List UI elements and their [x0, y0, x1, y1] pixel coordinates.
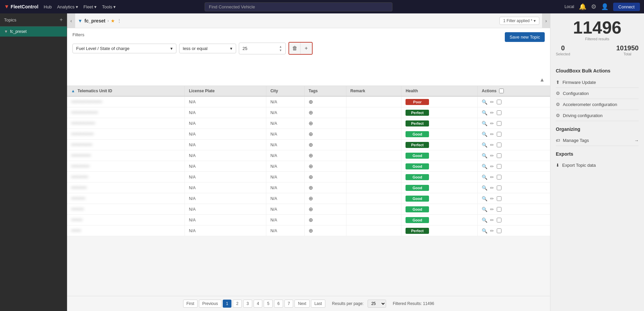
sidebar-item-fc-preset[interactable]: ▼ fc_preset	[0, 27, 67, 37]
sidebar-item-11[interactable]	[0, 131, 67, 140]
edit-action-icon[interactable]: ✏	[490, 207, 494, 212]
search-action-icon[interactable]: 🔍	[482, 132, 487, 137]
cell-tags-5[interactable]: ⊕	[305, 150, 346, 161]
add-tag-icon[interactable]: ⊕	[309, 217, 313, 223]
add-filter-button[interactable]: +	[301, 43, 312, 54]
filter-field-select[interactable]: Fuel Level / State of charge ▾	[72, 44, 176, 53]
search-action-icon[interactable]: 🔍	[482, 164, 487, 169]
nav-tools[interactable]: Tools ▾	[102, 4, 116, 9]
delete-filter-button[interactable]: 🗑	[289, 43, 301, 54]
more-options-icon[interactable]: ⋮	[117, 18, 121, 23]
add-tag-icon[interactable]: ⊕	[309, 110, 313, 115]
edit-action-icon[interactable]: ✏	[490, 228, 494, 234]
cell-tags-10[interactable]: ⊕	[305, 204, 346, 215]
cell-tags-4[interactable]: ⊕	[305, 140, 346, 150]
add-tag-icon[interactable]: ⊕	[309, 99, 313, 105]
sidebar-item-12[interactable]	[0, 140, 67, 149]
row-checkbox-0[interactable]	[497, 100, 501, 104]
next-page-button[interactable]: Next	[294, 300, 310, 308]
row-checkbox-9[interactable]	[497, 196, 501, 201]
edit-action-icon[interactable]: ✏	[490, 164, 494, 169]
add-tag-icon[interactable]: ⊕	[309, 153, 313, 158]
row-checkbox-1[interactable]	[497, 110, 501, 115]
add-tag-icon[interactable]: ⊕	[309, 174, 313, 180]
manage-tags-action[interactable]: 🏷 Manage Tags →	[556, 135, 639, 146]
search-action-icon[interactable]: 🔍	[482, 185, 487, 191]
sidebar-item-3[interactable]	[0, 55, 67, 65]
edit-action-icon[interactable]: ✏	[490, 153, 494, 158]
col-health[interactable]: Health	[401, 86, 478, 96]
cell-tags-6[interactable]: ⊕	[305, 161, 346, 172]
connect-button[interactable]: Connect	[613, 3, 640, 11]
export-topic-action[interactable]: ⬇ Export Topic data	[556, 160, 639, 170]
col-tags[interactable]: Tags	[305, 86, 346, 96]
search-action-icon[interactable]: 🔍	[482, 196, 487, 201]
row-checkbox-7[interactable]	[497, 175, 501, 179]
cell-tags-2[interactable]: ⊕	[305, 118, 346, 129]
search-action-icon[interactable]: 🔍	[482, 228, 487, 234]
row-checkbox-3[interactable]	[497, 132, 501, 137]
select-all-checkbox[interactable]	[499, 89, 504, 93]
col-telematics-id[interactable]: ▲ Telematics Unit ID	[67, 86, 185, 96]
page-4-button[interactable]: 4	[254, 300, 263, 308]
page-7-button[interactable]: 7	[284, 300, 293, 308]
cell-tags-1[interactable]: ⊕	[305, 107, 346, 118]
cell-tags-9[interactable]: ⊕	[305, 193, 346, 204]
filter-operator-select[interactable]: less or equal ▾	[179, 44, 236, 53]
add-tag-icon[interactable]: ⊕	[309, 206, 313, 212]
row-checkbox-5[interactable]	[497, 153, 501, 158]
add-tag-icon[interactable]: ⊕	[309, 120, 313, 126]
save-topic-button[interactable]: Save new Topic	[505, 32, 545, 42]
edit-action-icon[interactable]: ✏	[490, 99, 494, 105]
search-action-icon[interactable]: 🔍	[482, 142, 487, 148]
add-tag-icon[interactable]: ⊕	[309, 185, 313, 191]
search-input[interactable]: Find Connected Vehicle	[205, 2, 392, 11]
edit-action-icon[interactable]: ✏	[490, 185, 494, 191]
search-action-icon[interactable]: 🔍	[482, 174, 487, 180]
sidebar-item-1[interactable]	[0, 37, 67, 46]
add-tag-icon[interactable]: ⊕	[309, 228, 313, 234]
sidebar-item-5[interactable]	[0, 74, 67, 84]
page-5-button[interactable]: 5	[264, 300, 273, 308]
row-checkbox-12[interactable]	[497, 228, 501, 233]
add-tag-icon[interactable]: ⊕	[309, 163, 313, 169]
settings-icon[interactable]: ⚙	[591, 3, 596, 10]
page-6-button[interactable]: 6	[274, 300, 283, 308]
row-checkbox-2[interactable]	[497, 121, 501, 126]
cell-tags-7[interactable]: ⊕	[305, 172, 346, 183]
edit-action-icon[interactable]: ✏	[490, 110, 494, 115]
edit-action-icon[interactable]: ✏	[490, 142, 494, 148]
user-icon[interactable]: 👤	[601, 3, 608, 10]
col-remark[interactable]: Remark	[346, 86, 401, 96]
row-checkbox-4[interactable]	[497, 143, 501, 147]
add-tag-icon[interactable]: ⊕	[309, 131, 313, 137]
sidebar-item-13[interactable]	[0, 149, 67, 159]
last-page-button[interactable]: Last	[311, 300, 325, 308]
row-checkbox-8[interactable]	[497, 186, 501, 190]
add-topic-button[interactable]: +	[60, 17, 63, 23]
page-2-button[interactable]: 2	[233, 300, 242, 308]
nav-analytics[interactable]: Analytics ▾	[57, 4, 78, 9]
page-1-button[interactable]: 1	[223, 300, 232, 308]
page-3-button[interactable]: 3	[243, 300, 252, 308]
edit-action-icon[interactable]: ✏	[490, 132, 494, 137]
col-city[interactable]: City	[266, 86, 305, 96]
filter-badge[interactable]: 1 Filter applied * ▾	[499, 17, 539, 25]
cell-tags-11[interactable]: ⊕	[305, 215, 346, 225]
accelerometer-config-action[interactable]: ⚙ Accelerometer configuration	[556, 99, 639, 110]
row-checkbox-11[interactable]	[497, 218, 501, 222]
spin-up-icon[interactable]: ▲	[279, 45, 282, 48]
edit-action-icon[interactable]: ✏	[490, 174, 494, 180]
driving-config-action[interactable]: ⚙ Driving configuration	[556, 110, 639, 121]
add-tag-icon[interactable]: ⊕	[309, 142, 313, 148]
edit-action-icon[interactable]: ✏	[490, 196, 494, 201]
sidebar-item-9[interactable]	[0, 112, 67, 121]
row-checkbox-6[interactable]	[497, 164, 501, 169]
search-action-icon[interactable]: 🔍	[482, 207, 487, 212]
nav-hub[interactable]: Hub	[44, 4, 52, 9]
nav-fleet[interactable]: Fleet ▾	[84, 4, 97, 9]
sidebar-item-8[interactable]	[0, 102, 67, 112]
search-action-icon[interactable]: 🔍	[482, 153, 487, 158]
spin-down-icon[interactable]: ▼	[279, 49, 282, 52]
per-page-select[interactable]: 2550100	[368, 300, 386, 308]
